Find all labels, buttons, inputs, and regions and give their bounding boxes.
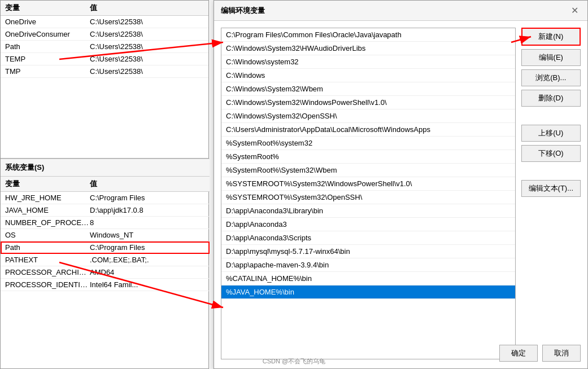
user-table-row[interactable]: OneDriveConsumerC:\Users\22538\	[1, 28, 208, 41]
path-list-item[interactable]: D:\app\Anaconda3\Scripts	[221, 231, 515, 245]
user-var-col-header: 变量	[5, 3, 90, 13]
dialog-action-buttons: 新建(N) 编辑(E) 浏览(B)... 删除(D) 上移(U) 下移(O) 编…	[521, 28, 581, 359]
path-list-item[interactable]: %SYSTEMROOT%\System32\OpenSSH\	[221, 191, 515, 204]
dialog-footer: 确定 取消	[499, 345, 581, 362]
sys-val-cell: Windows_NT	[90, 231, 205, 239]
sys-rows-container: HW_JRE_HOMEC:\Program FilesJAVA_HOMED:\a…	[1, 192, 210, 291]
user-var-cell: OneDrive	[5, 17, 90, 26]
sys-table-row[interactable]: NUMBER_OF_PROCESSORS8	[1, 217, 210, 229]
dialog-title-bar: 编辑环境变量 ✕	[214, 1, 587, 21]
path-list-item[interactable]: %SystemRoot%	[221, 150, 515, 164]
move-down-button[interactable]: 下移(O)	[521, 145, 581, 162]
sys-var-cell: OS	[5, 231, 90, 239]
path-list-item[interactable]: %SystemRoot%\System32\Wbem	[221, 164, 515, 177]
path-list-item[interactable]: C:\Windows\System32\WindowsPowerShell\v1…	[221, 96, 515, 109]
path-list-item[interactable]: %CATALINA_HOME%\bin	[221, 272, 515, 285]
dialog-body: C:\Program Files\Common Files\Oracle\Jav…	[214, 21, 587, 366]
sys-val-cell: C:\Program Files	[90, 194, 205, 202]
user-val-cell: C:\Users\22538\	[90, 17, 204, 26]
edit-button[interactable]: 编辑(E)	[521, 49, 581, 66]
sys-var-cell: PROCESSOR_IDENTIFIER	[5, 280, 90, 289]
path-list-item[interactable]: D:\app\Anaconda3	[221, 218, 515, 231]
sys-var-col-header: 变量	[5, 179, 90, 189]
user-vars-header: 变量 值	[1, 1, 208, 16]
sys-table-row[interactable]: PROCESSOR_ARCHITECTUREAMD64	[1, 266, 210, 279]
sys-var-cell: PATHEXT	[5, 256, 90, 264]
sys-var-cell: PROCESSOR_ARCHITECTURE	[5, 268, 90, 276]
user-val-col-header: 值	[90, 3, 204, 13]
sys-val-col-header: 值	[90, 179, 205, 189]
system-vars-label: 系统变量(S)	[1, 159, 210, 177]
sys-vars-header: 变量 值	[1, 177, 210, 192]
user-val-cell: C:\Users\22538\	[90, 30, 204, 38]
sys-val-cell: Intel64 Famil...	[90, 280, 205, 289]
user-var-cell: TMP	[5, 67, 90, 76]
path-items-container: C:\Program Files\Common Files\Oracle\Jav…	[221, 28, 515, 299]
sys-val-cell: .COM;.EXE;.BAT;.	[90, 256, 205, 264]
sys-table-row[interactable]: OSWindows_NT	[1, 229, 210, 241]
dialog-title-text: 编辑环境变量	[221, 6, 265, 16]
path-list-item[interactable]: D:\app\mysql\mysql-5.7.17-winx64\bin	[221, 245, 515, 258]
user-table-row[interactable]: PathC:\Users\22538\	[1, 41, 208, 53]
user-table-row[interactable]: OneDriveC:\Users\22538\	[1, 16, 208, 28]
sys-val-cell: AMD64	[90, 268, 205, 276]
path-list-item[interactable]: C:\Windows\system32	[221, 55, 515, 69]
new-button[interactable]: 新建(N)	[521, 28, 581, 46]
user-var-cell: OneDriveConsumer	[5, 30, 90, 38]
sys-val-cell: D:\app\jdk17.0.8	[90, 206, 205, 214]
user-table-row[interactable]: TMPC:\Users\22538\	[1, 65, 208, 78]
sys-var-cell: Path	[5, 243, 90, 252]
path-list-item[interactable]: D:\app\Anaconda3\Library\bin	[221, 204, 515, 218]
path-list-item[interactable]: C:\Program Files\Common Files\Oracle\Jav…	[221, 28, 515, 42]
ok-button[interactable]: 确定	[499, 345, 538, 362]
edit-text-button[interactable]: 编辑文本(T)...	[521, 180, 581, 197]
path-list-item[interactable]: C:\Windows\System32\OpenSSH\	[221, 109, 515, 123]
sys-val-cell: C:\Program Files	[90, 243, 205, 252]
sys-var-cell: NUMBER_OF_PROCESSORS	[5, 218, 90, 227]
user-val-cell: C:\Users\22538\	[90, 55, 204, 63]
path-list-item[interactable]: C:\Windows	[221, 69, 515, 82]
user-var-cell: Path	[5, 42, 90, 51]
system-vars-section: 系统变量(S) 变量 值 HW_JRE_HOMEC:\Program Files…	[1, 159, 210, 291]
path-list-item[interactable]: %JAVA_HOME%\bin	[221, 285, 515, 299]
browse-button[interactable]: 浏览(B)...	[521, 69, 581, 86]
path-list-item[interactable]: D:\app\apache-maven-3.9.4\bin	[221, 258, 515, 272]
move-up-button[interactable]: 上移(U)	[521, 125, 581, 142]
close-button[interactable]: ✕	[569, 5, 581, 16]
sys-var-cell: JAVA_HOME	[5, 206, 90, 214]
user-vars-section: 变量 值 OneDriveC:\Users\22538\OneDriveCons…	[1, 1, 208, 159]
sys-table-row[interactable]: PATHEXT.COM;.EXE;.BAT;.	[1, 254, 210, 266]
delete-button[interactable]: 删除(D)	[521, 90, 581, 107]
sys-table-row[interactable]: PROCESSOR_IDENTIFIERIntel64 Famil...	[1, 279, 210, 291]
user-val-cell: C:\Users\22538\	[90, 42, 204, 51]
cancel-button[interactable]: 取消	[542, 345, 581, 362]
user-var-cell: TEMP	[5, 55, 90, 63]
user-table-row[interactable]: TEMPC:\Users\22538\	[1, 53, 208, 65]
path-list-item[interactable]: C:\Windows\System32\Wbem	[221, 82, 515, 96]
sys-table-row[interactable]: HW_JRE_HOMEC:\Program Files	[1, 192, 210, 204]
sys-var-cell: HW_JRE_HOME	[5, 194, 90, 202]
sys-val-cell: 8	[90, 218, 205, 227]
sys-table-row[interactable]: PathC:\Program Files	[1, 241, 210, 254]
user-val-cell: C:\Users\22538\	[90, 67, 204, 76]
path-list-item[interactable]: C:\Windows\System32\HWAudioDriverLibs	[221, 42, 515, 55]
edit-env-dialog: 编辑环境变量 ✕ C:\Program Files\Common Files\O…	[214, 0, 588, 369]
user-rows-container: OneDriveC:\Users\22538\OneDriveConsumerC…	[1, 16, 208, 78]
sys-table-row[interactable]: JAVA_HOMED:\app\jdk17.0.8	[1, 204, 210, 217]
path-list-item[interactable]: %SystemRoot%\system32	[221, 137, 515, 150]
left-panel: 变量 值 OneDriveC:\Users\22538\OneDriveCons…	[0, 0, 209, 369]
path-list-item[interactable]: C:\Users\Administrator\AppData\Local\Mic…	[221, 123, 515, 137]
path-list[interactable]: C:\Program Files\Common Files\Oracle\Jav…	[221, 28, 516, 359]
path-list-item[interactable]: %SYSTEMROOT%\System32\WindowsPowerShell\…	[221, 177, 515, 191]
